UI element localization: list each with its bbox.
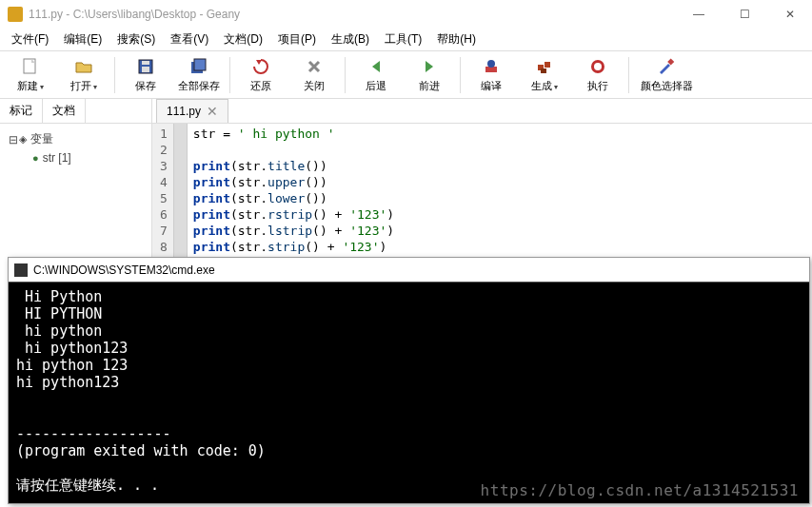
menu-help[interactable]: 帮助(H): [429, 29, 484, 50]
cmd-title-text: C:\WINDOWS\SYSTEM32\cmd.exe: [33, 263, 215, 277]
menu-bar: 文件(F) 编辑(E) 搜索(S) 查看(V) 文档(D) 项目(P) 生成(B…: [0, 29, 812, 51]
back-icon: [366, 56, 386, 77]
menu-tools[interactable]: 工具(T): [377, 29, 429, 50]
tree-item[interactable]: ● str [1]: [8, 149, 144, 166]
window-title: 111.py - C:\Users\libang\Desktop - Geany: [29, 8, 684, 21]
svg-rect-5: [194, 59, 206, 70]
menu-search[interactable]: 搜索(S): [109, 29, 163, 50]
save-button[interactable]: 保存: [119, 56, 172, 93]
close-file-button[interactable]: 关闭: [287, 56, 341, 93]
svg-rect-2: [142, 61, 149, 65]
sidebar-tab-docs[interactable]: 文档: [43, 99, 86, 123]
cmd-output: Hi Python HI PYTHON hi python hi python1…: [9, 283, 809, 499]
execute-button[interactable]: 执行: [571, 56, 624, 93]
menu-file[interactable]: 文件(F): [4, 29, 56, 50]
back-button[interactable]: 后退: [349, 56, 403, 93]
saveall-button[interactable]: 全部保存: [172, 56, 226, 93]
build-icon: [534, 56, 555, 77]
sidebar-tab-marks[interactable]: 标记: [0, 99, 43, 123]
title-bar: 111.py - C:\Users\libang\Desktop - Geany…: [0, 0, 812, 29]
cmd-icon: [14, 263, 28, 277]
editor[interactable]: 123456789 str = ' hi python ' print(str.…: [152, 124, 812, 273]
variable-group-icon: ◈: [19, 133, 27, 146]
tree-item-label: str [1]: [43, 151, 71, 165]
collapse-icon[interactable]: ⊟: [8, 133, 19, 146]
new-button[interactable]: 新建▾: [4, 56, 57, 93]
cmd-window[interactable]: C:\WINDOWS\SYSTEM32\cmd.exe Hi Python HI…: [8, 257, 810, 504]
compile-button[interactable]: 编译: [465, 56, 518, 93]
tree-root[interactable]: ⊟ ◈ 变量: [8, 129, 144, 149]
close-icon: [304, 56, 325, 77]
execute-icon: [587, 56, 608, 77]
window-controls: — ☐ ✕: [684, 8, 804, 21]
build-button[interactable]: 生成▾: [518, 56, 571, 93]
minimize-button[interactable]: —: [684, 8, 713, 21]
menu-edit[interactable]: 编辑(E): [56, 29, 109, 50]
new-file-icon: [20, 56, 41, 77]
variable-icon: ●: [32, 152, 39, 164]
menu-view[interactable]: 查看(V): [163, 29, 216, 50]
menu-build[interactable]: 生成(B): [324, 29, 377, 50]
save-icon: [135, 56, 156, 77]
watermark: https://blog.csdn.net/a1314521531: [481, 481, 799, 499]
svg-rect-3: [142, 67, 149, 72]
compile-icon: [481, 56, 502, 77]
code-area[interactable]: str = ' hi python ' print(str.title())pr…: [188, 124, 400, 273]
fold-margin: [174, 124, 188, 273]
body-row: 标记 文档 ⊟ ◈ 变量 ● str [1] 111.py ✕ 12345678…: [0, 99, 812, 270]
tree-root-label: 变量: [30, 131, 53, 147]
toolbar: 新建▾ 打开▾ 保存 全部保存 还原 关闭 后退 前进 编译 生成▾ 执行 颜色…: [0, 51, 812, 99]
revert-button[interactable]: 还原: [234, 56, 287, 93]
forward-button[interactable]: 前进: [403, 56, 456, 93]
revert-icon: [250, 56, 271, 77]
colorpicker-icon: [656, 56, 677, 77]
line-gutter: 123456789: [152, 124, 174, 273]
svg-rect-10: [541, 68, 546, 73]
menu-document[interactable]: 文档(D): [216, 29, 270, 50]
file-tabs: 111.py ✕: [152, 99, 812, 124]
file-tab-label: 111.py: [167, 105, 201, 118]
open-button[interactable]: 打开▾: [57, 56, 110, 93]
sidebar-tabs: 标记 文档: [0, 99, 151, 124]
saveall-icon: [188, 56, 209, 77]
menu-project[interactable]: 项目(P): [270, 29, 324, 50]
symbol-tree: ⊟ ◈ 变量 ● str [1]: [0, 124, 151, 172]
app-icon: [8, 7, 23, 22]
editor-column: 111.py ✕ 123456789 str = ' hi python ' p…: [152, 99, 812, 270]
svg-point-12: [594, 63, 602, 70]
close-button[interactable]: ✕: [776, 8, 804, 21]
svg-point-7: [487, 60, 495, 68]
open-icon: [73, 56, 94, 77]
svg-rect-9: [545, 62, 550, 68]
colorpicker-button[interactable]: 颜色选择器: [633, 56, 700, 93]
forward-icon: [419, 56, 440, 77]
tab-close-icon[interactable]: ✕: [207, 104, 218, 119]
cmd-title-bar[interactable]: C:\WINDOWS\SYSTEM32\cmd.exe: [9, 258, 809, 283]
sidebar: 标记 文档 ⊟ ◈ 变量 ● str [1]: [0, 99, 152, 270]
maximize-button[interactable]: ☐: [730, 8, 759, 21]
file-tab[interactable]: 111.py ✕: [156, 99, 228, 123]
